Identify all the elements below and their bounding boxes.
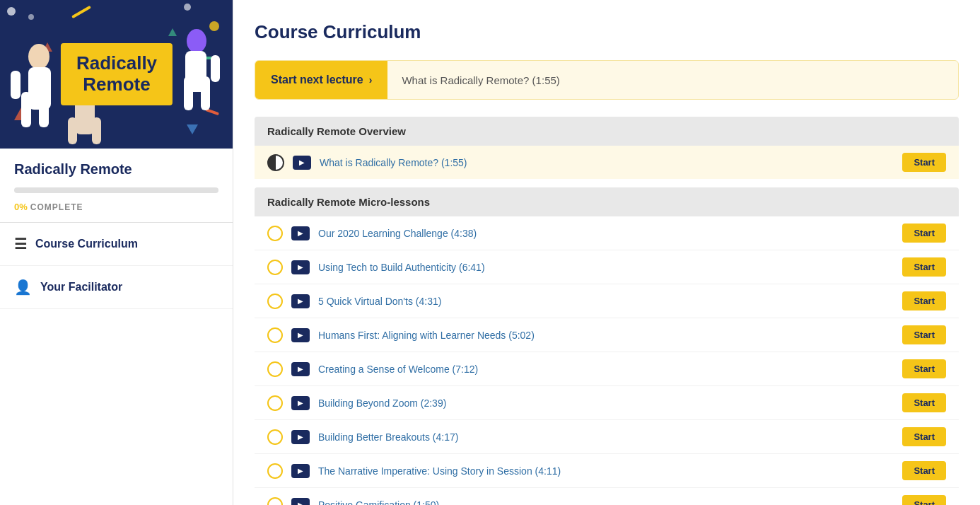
- progress-label: 0% COMPLETE: [0, 199, 233, 222]
- lesson-check-icon: [267, 395, 283, 411]
- lesson-row: ▶ Building Beyond Zoom (2:39) Start: [255, 386, 959, 420]
- lesson-start-button[interactable]: Start: [902, 153, 946, 172]
- course-hero-image: Radically Remote: [0, 0, 233, 149]
- lesson-title[interactable]: The Narrative Imperative: Using Story in…: [318, 465, 894, 477]
- sidebar-item-curriculum[interactable]: ☰ Course Curriculum: [0, 223, 233, 266]
- svg-point-5: [187, 29, 206, 53]
- section-micro-lessons: Radically Remote Micro-lessons ▶ Our 202…: [255, 187, 959, 505]
- lesson-progress-icon: [267, 154, 284, 171]
- lesson-video-icon: ▶: [293, 156, 311, 170]
- lesson-video-icon: ▶: [291, 430, 310, 444]
- hero-title-line2: Remote: [76, 74, 157, 95]
- lesson-row: ▶ Using Tech to Build Authenticity (6:41…: [255, 250, 959, 284]
- lesson-check-icon: [267, 226, 283, 241]
- lesson-start-button[interactable]: Start: [902, 325, 946, 344]
- svg-rect-12: [68, 117, 77, 144]
- svg-rect-3: [39, 92, 49, 127]
- section-micro-lessons-header: Radically Remote Micro-lessons: [255, 187, 959, 216]
- sidebar-item-facilitator[interactable]: 👤 Your Facilitator: [0, 266, 233, 309]
- lesson-start-button[interactable]: Start: [902, 257, 946, 277]
- svg-rect-2: [21, 92, 31, 127]
- lesson-title[interactable]: Humans First: Aligning with Learner Need…: [318, 330, 894, 341]
- lesson-check-icon: [267, 294, 283, 309]
- lesson-title[interactable]: Building Beyond Zoom (2:39): [318, 397, 894, 409]
- lesson-start-button[interactable]: Start: [902, 291, 946, 310]
- lesson-start-button[interactable]: Start: [902, 393, 946, 412]
- lesson-title[interactable]: Our 2020 Learning Challenge (4:38): [318, 228, 894, 239]
- lesson-row: ▶ 5 Quick Virtual Don'ts (4:31) Start: [255, 284, 959, 318]
- section-overview-header: Radically Remote Overview: [255, 117, 959, 146]
- progress-complete-text: COMPLETE: [30, 202, 83, 212]
- lesson-row: ▶ The Narrative Imperative: Using Story …: [255, 454, 959, 488]
- lesson-check-icon: [267, 429, 283, 445]
- lesson-row: ▶ Creating a Sense of Welcome (7:12) Sta…: [255, 352, 959, 386]
- sidebar-facilitator-label: Your Facilitator: [40, 281, 122, 294]
- lesson-title[interactable]: 5 Quick Virtual Don'ts (4:31): [318, 296, 894, 307]
- start-next-lecture-button[interactable]: Start next lecture ›: [255, 61, 387, 99]
- sidebar-curriculum-label: Course Curriculum: [35, 238, 138, 250]
- lesson-row: ▶ Positive Gamification (1:50) Start: [255, 488, 959, 505]
- svg-rect-9: [211, 55, 220, 82]
- lesson-start-button[interactable]: Start: [902, 427, 946, 446]
- hero-title-line1: Radically: [76, 53, 157, 74]
- banner-lecture-title: What is Radically Remote? (1:55): [387, 74, 573, 86]
- facilitator-icon: 👤: [14, 279, 32, 296]
- sidebar-course-title: Radically Remote: [0, 149, 233, 182]
- progress-percentage: 0%: [14, 202, 28, 212]
- hero-title-block: Radically Remote: [61, 43, 173, 105]
- sidebar: Radically Remote Radically Remote 0% COM…: [0, 0, 233, 505]
- svg-rect-8: [201, 76, 210, 110]
- lesson-check-icon: [267, 361, 283, 377]
- start-button-arrow: ›: [369, 74, 373, 86]
- lesson-video-icon: ▶: [291, 396, 310, 410]
- svg-point-0: [28, 44, 49, 69]
- lesson-row: ▶ Our 2020 Learning Challenge (4:38) Sta…: [255, 216, 959, 250]
- lesson-check-icon: [267, 260, 283, 275]
- lesson-video-icon: ▶: [291, 260, 310, 274]
- svg-rect-4: [11, 71, 21, 99]
- lesson-video-icon: ▶: [291, 464, 310, 478]
- lesson-video-icon: ▶: [291, 294, 310, 308]
- lesson-row: ▶ Humans First: Aligning with Learner Ne…: [255, 318, 959, 352]
- lesson-title[interactable]: What is Radically Remote? (1:55): [320, 157, 894, 168]
- lesson-video-icon: ▶: [291, 498, 310, 506]
- section-overview: Radically Remote Overview ▶ What is Radi…: [255, 117, 959, 179]
- lesson-video-icon: ▶: [291, 362, 310, 376]
- svg-rect-7: [184, 76, 193, 110]
- lesson-video-icon: ▶: [291, 328, 310, 342]
- lesson-check-icon: [267, 497, 283, 506]
- svg-rect-13: [92, 117, 101, 144]
- lesson-row: ▶ Building Better Breakouts (4:17) Start: [255, 420, 959, 454]
- lesson-title[interactable]: Positive Gamification (1:50): [318, 499, 894, 506]
- lesson-title[interactable]: Creating a Sense of Welcome (7:12): [318, 364, 894, 375]
- main-content: Course Curriculum Start next lecture › W…: [233, 0, 980, 505]
- lesson-start-button[interactable]: Start: [902, 224, 946, 243]
- start-button-label: Start next lecture: [271, 74, 363, 86]
- page-title: Course Curriculum: [255, 21, 959, 43]
- start-next-lecture-banner: Start next lecture › What is Radically R…: [255, 60, 959, 100]
- curriculum-icon: ☰: [14, 236, 27, 253]
- lesson-title[interactable]: Using Tech to Build Authenticity (6:41): [318, 262, 894, 273]
- lesson-start-button[interactable]: Start: [902, 495, 946, 505]
- lesson-check-icon: [267, 327, 283, 343]
- lesson-video-icon: ▶: [291, 226, 310, 240]
- lesson-start-button[interactable]: Start: [902, 461, 946, 480]
- lesson-title[interactable]: Building Better Breakouts (4:17): [318, 431, 894, 443]
- lesson-start-button[interactable]: Start: [902, 359, 946, 378]
- progress-bar-container: [0, 182, 233, 199]
- lesson-check-icon: [267, 463, 283, 479]
- lesson-row: ▶ What is Radically Remote? (1:55) Start: [255, 146, 959, 179]
- progress-bar-background: [14, 187, 218, 193]
